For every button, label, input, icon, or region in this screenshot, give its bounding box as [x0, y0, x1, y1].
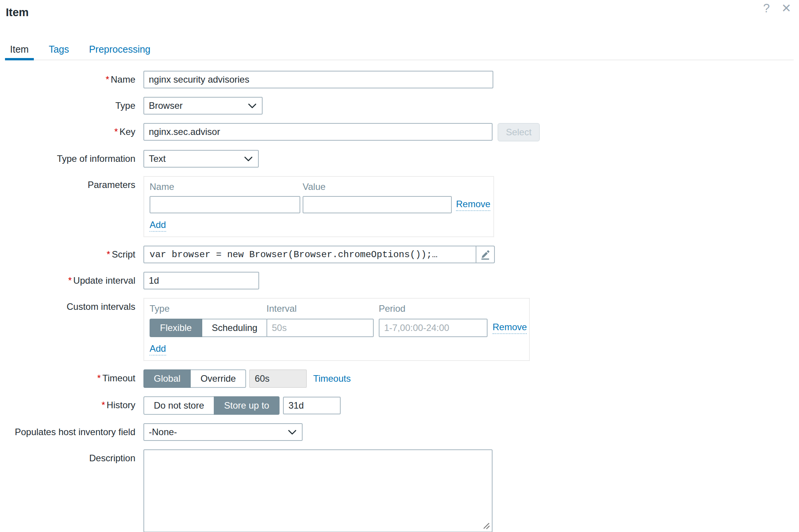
page-title: Item [6, 6, 799, 19]
parameters-box: Name Value Remove Add [143, 176, 494, 237]
chevron-down-icon [288, 430, 296, 435]
type-of-information-label: Type of information [0, 150, 143, 164]
type-label: Type [0, 97, 143, 111]
row-timeout: *Timeout Global Override Timeouts [0, 369, 799, 388]
required-marker: * [107, 249, 110, 259]
parameters-value-header: Value [303, 181, 456, 192]
tab-preprocessing[interactable]: Preprocessing [84, 40, 155, 60]
row-custom-intervals: Custom intervals Type Interval Period Fl… [0, 298, 799, 361]
custom-interval-add-link[interactable]: Add [150, 343, 166, 356]
help-icon[interactable]: ? [763, 2, 770, 14]
row-name: *Name [0, 71, 799, 88]
custom-interval-type-flexible[interactable]: Flexible [150, 319, 202, 337]
script-input[interactable] [143, 246, 476, 263]
custom-intervals-label: Custom intervals [0, 298, 143, 312]
pencil-icon [479, 249, 491, 260]
custom-interval-period-header: Period [379, 303, 493, 314]
name-input[interactable] [143, 71, 493, 88]
required-marker: * [68, 275, 72, 286]
key-label: *Key [0, 123, 143, 137]
history-option-do-not-store[interactable]: Do not store [143, 396, 215, 415]
row-populates-host-inventory-field: Populates host inventory field -None- [0, 423, 799, 441]
required-marker: * [114, 126, 118, 137]
item-form: *Name Type Browser *Key Select Type of i… [0, 71, 799, 532]
tab-tags[interactable]: Tags [44, 40, 74, 60]
parameter-remove-link[interactable]: Remove [456, 199, 490, 211]
required-marker: * [106, 74, 109, 85]
tab-item[interactable]: Item [5, 40, 34, 60]
custom-intervals-box: Type Interval Period Flexible Scheduling… [143, 298, 530, 361]
row-type: Type Browser [0, 97, 799, 115]
description-label: Description [0, 449, 143, 464]
populates-host-inventory-field-select[interactable]: -None- [143, 423, 303, 441]
type-of-information-value: Text [149, 153, 166, 164]
key-input[interactable] [143, 123, 493, 141]
type-select[interactable]: Browser [143, 97, 263, 115]
update-interval-label: *Update interval [0, 272, 143, 286]
timeout-segmented: Global Override [143, 369, 246, 388]
parameter-add-link[interactable]: Add [150, 219, 166, 232]
timeouts-link[interactable]: Timeouts [313, 373, 351, 384]
resize-handle-icon[interactable] [482, 522, 491, 530]
parameter-name-input[interactable] [150, 196, 300, 213]
custom-interval-interval-header: Interval [266, 303, 379, 314]
history-option-store-up-to[interactable]: Store up to [214, 396, 280, 415]
custom-interval-period-input[interactable] [379, 319, 488, 337]
description-textarea[interactable] [143, 449, 493, 532]
populates-host-inventory-field-label: Populates host inventory field [0, 423, 143, 437]
history-value-input[interactable] [283, 397, 341, 414]
required-marker: * [97, 373, 101, 383]
script-label: *Script [0, 246, 143, 260]
dialog-header-icons: ? ✕ [763, 2, 791, 14]
name-label: *Name [0, 71, 143, 85]
type-of-information-select[interactable]: Text [143, 150, 259, 168]
history-segmented: Do not store Store up to [143, 396, 280, 415]
tab-bar: Item Tags Preprocessing [5, 40, 794, 60]
timeout-option-override[interactable]: Override [190, 369, 246, 388]
parameters-label: Parameters [0, 176, 143, 190]
parameter-value-input[interactable] [303, 196, 452, 213]
row-key: *Key Select [0, 123, 799, 141]
row-update-interval: *Update interval [0, 272, 799, 289]
custom-interval-remove-link[interactable]: Remove [493, 322, 527, 334]
row-type-of-information: Type of information Text [0, 150, 799, 168]
row-parameters: Parameters Name Value Remove Add [0, 176, 799, 237]
custom-interval-type-segmented: Flexible Scheduling [150, 319, 266, 337]
chevron-down-icon [244, 156, 253, 161]
timeout-label: *Timeout [0, 369, 143, 384]
row-script: *Script [0, 246, 799, 263]
row-description: Description [0, 449, 799, 532]
timeout-value-input [249, 369, 307, 388]
custom-interval-interval-input[interactable] [266, 319, 374, 337]
timeout-option-global[interactable]: Global [143, 369, 191, 388]
script-edit-button[interactable] [476, 246, 495, 263]
parameters-name-header: Name [150, 181, 303, 192]
row-history: *History Do not store Store up to [0, 396, 799, 415]
close-icon[interactable]: ✕ [781, 2, 791, 14]
populates-host-inventory-field-value: -None- [149, 427, 177, 437]
custom-interval-type-header: Type [150, 303, 266, 314]
chevron-down-icon [248, 103, 256, 108]
history-label: *History [0, 396, 143, 411]
key-select-button[interactable]: Select [498, 123, 540, 141]
required-marker: * [102, 400, 105, 410]
update-interval-input[interactable] [143, 272, 259, 289]
custom-interval-type-scheduling[interactable]: Scheduling [201, 319, 268, 337]
type-select-value: Browser [149, 100, 183, 111]
